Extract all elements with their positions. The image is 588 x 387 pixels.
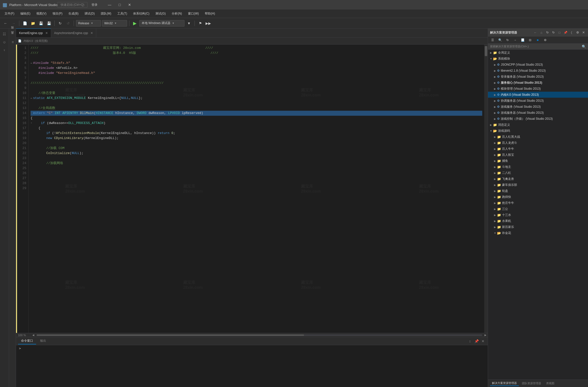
tree-item-sangong[interactable]: ▶ 📁 三公 — [488, 206, 588, 212]
tree-item-libevent[interactable]: ▶ ⚙ libevent2.1.8 (Visual Studio 2013) — [488, 68, 588, 74]
fold-icon[interactable]: ▬ — [31, 61, 32, 66]
platform-dropdown[interactable]: Win32 ▼ — [102, 20, 127, 27]
tree-item-xbjle[interactable]: ▶ 📁 新百家乐 — [488, 224, 588, 230]
cmd-move-btn[interactable]: ↕ — [467, 338, 473, 344]
menu-help[interactable]: 帮助(H) — [202, 11, 218, 17]
se-refresh-btn[interactable]: ↻ — [551, 30, 556, 35]
quick-search[interactable]: 快速启动 (Ctrl+Q) — [57, 2, 87, 8]
se-collapse-btn[interactable]: □ — [557, 30, 562, 35]
tree-item-game-server[interactable]: ▶ ⚙ 游戏服务器 (Visual Studio 2013) — [488, 110, 588, 116]
se-close-btn[interactable]: ✕ — [581, 30, 586, 35]
tree-item-shuiguoji[interactable]: ▶ 📁 水果机 — [488, 218, 588, 224]
tree-item-ssshui[interactable]: ▶ 📁 十三水 — [488, 212, 588, 218]
se-toolbar-btn2[interactable]: 🔍 — [497, 37, 504, 44]
tree-item-qznn[interactable]: ▶ 📁 抢庄牛牛 — [488, 200, 588, 206]
redo-btn[interactable]: ↺ — [65, 20, 72, 27]
tree-item-game-src[interactable]: ▼ 📂 游戏源码 — [488, 128, 588, 134]
tree-item-brsb[interactable]: ▶ 📁 百人骰宝 — [488, 152, 588, 158]
tab-kernel-engine[interactable]: KernelEngine.cpp ✕ — [16, 29, 51, 37]
tree-item-fqzs[interactable]: ▶ 📁 飞禽走兽 — [488, 176, 588, 182]
debug-target-dropdown[interactable]: 本地 Windows 调试器 ▼ — [139, 20, 184, 27]
menu-tools[interactable]: 工具(T) — [115, 11, 130, 17]
tree-item-xtmk[interactable]: ▼ 📂 系统模块 — [488, 56, 588, 62]
tree-item-hcjlb[interactable]: ▶ 📁 豪车俱乐部 — [488, 182, 588, 188]
se-toolbar-btn5[interactable]: 📃 — [519, 37, 526, 44]
config-dropdown[interactable]: Release ▼ — [76, 20, 101, 27]
tree-item-login-server[interactable]: ▶ ⚙ 登录服务器 (Visual Studio 2013) — [488, 74, 588, 80]
fold-icon4[interactable]: ▾ — [31, 121, 32, 126]
undo-btn[interactable]: ↻ — [57, 20, 64, 27]
h-scroll-right[interactable]: ▶ — [483, 333, 488, 337]
save-btn[interactable]: 💾 — [37, 20, 44, 27]
se-search-icon[interactable]: 🔍 — [582, 45, 586, 49]
se-toolbar-btn4[interactable]: → — [512, 37, 519, 44]
se-back-btn[interactable]: ← — [533, 30, 538, 35]
tree-item-service-core[interactable]: ▶ ⚙ 服务核心 (Visual Studio 2013) — [488, 80, 588, 86]
back-btn[interactable]: ← — [2, 20, 9, 27]
tree-item-game-ctrl[interactable]: ▶ ⚙ 游戏控制（升级） (Visual Studio 2013) — [488, 116, 588, 122]
tree-item-doudizhu[interactable]: ▶ 📁 斗地主 — [488, 164, 588, 170]
h-scrollbar-thumb[interactable] — [37, 334, 304, 336]
se-toolbar-btn1[interactable]: ☰ — [489, 37, 496, 44]
menu-file[interactable]: 文件(F) — [2, 11, 17, 17]
tree-item-brhd[interactable]: ▶ 📁 百人红黑大战 — [488, 134, 588, 140]
login-button[interactable]: 登录 — [91, 3, 97, 7]
se-tab-class[interactable]: 类视图 — [544, 381, 556, 386]
h-scroll-left[interactable]: ◀ — [31, 333, 36, 337]
menu-debug[interactable]: 调试(D) — [82, 11, 97, 17]
menu-analyze[interactable]: 分析(N) — [169, 11, 184, 17]
tree-item-brlhd[interactable]: ▶ 📁 百人龙虎斗 — [488, 140, 588, 146]
se-toolbar-btn8[interactable]: ⚙ — [542, 37, 549, 44]
tab-output[interactable]: 输出 — [37, 338, 49, 344]
se-tree[interactable]: ▶ 📁 全局定义 ▼ 📂 系统模块 ▶ ⚙ JSONCPP (Visual St… — [488, 50, 588, 379]
close-button[interactable]: ✕ — [126, 2, 134, 8]
fold-icon3[interactable]: ▾ — [31, 111, 32, 116]
tab-cmd-window[interactable]: 命令窗口 — [18, 338, 36, 344]
se-pin-btn[interactable]: 📌 — [563, 30, 568, 35]
se-tab-team[interactable]: 团队资源管理器 — [520, 381, 543, 386]
h-scrollbar-track[interactable] — [37, 334, 482, 336]
new-project-btn[interactable]: 📄 — [21, 20, 28, 27]
menu-test[interactable]: 测试(G) — [153, 11, 168, 17]
tab-close-btn2[interactable]: ✕ — [90, 31, 93, 35]
se-toolbar-btn7[interactable]: ■ — [534, 37, 541, 44]
server-explorer-icon[interactable]: ♀ — [1, 47, 8, 54]
se-toolbar-btn6[interactable]: ⊟ — [527, 37, 534, 44]
menu-project[interactable]: 项目(P) — [50, 11, 65, 17]
solution-explorer-icon[interactable]: ☷ — [1, 31, 8, 38]
se-toolbar-btn3[interactable]: ↻ — [504, 37, 511, 44]
open-btn[interactable]: 📁 — [29, 20, 36, 27]
minimize-button[interactable]: — — [106, 2, 114, 8]
se-settings-btn[interactable]: ⚙ — [575, 30, 580, 35]
debug-extra-btn[interactable]: ▼ — [185, 20, 192, 27]
se-home-btn[interactable]: ⌂ — [539, 30, 544, 35]
menu-build[interactable]: 生成(B) — [66, 11, 81, 17]
fold-icon2[interactable]: ▬ — [31, 96, 32, 101]
v-scrollbar-thumb[interactable] — [485, 46, 487, 56]
save-all-btn[interactable]: 💾 — [45, 20, 52, 27]
side-tab-h[interactable]: H — [9, 39, 16, 46]
menu-window[interactable]: 窗口(W) — [185, 11, 201, 17]
menu-architecture[interactable]: 体系结构(C) — [131, 11, 152, 17]
tree-item-msg-def[interactable]: ▶ 📁 消息定义 — [488, 122, 588, 128]
side-tab-properties[interactable]: 属性 — [9, 29, 16, 34]
tree-item-kernel40[interactable]: ▶ ⚙ 内核4.0 (Visual Studio 2013) — [488, 92, 588, 98]
maximize-button[interactable]: □ — [116, 2, 124, 8]
tree-item-zjh[interactable]: ▼ 📂 诈金花 — [488, 230, 588, 236]
tree-item-lunpan[interactable]: ▶ 📁 轮盘 — [488, 188, 588, 194]
se-sync-btn[interactable]: ↻ — [545, 30, 550, 35]
cmd-pin-btn[interactable]: 📌 — [474, 338, 479, 344]
tree-item-game-svc[interactable]: ▶ ⚙ 游戏服务 (Visual Studio 2013) — [488, 104, 588, 110]
tree-item-brnn[interactable]: ▶ 📁 百人牛牛 — [488, 146, 588, 152]
team-explorer-icon[interactable]: ☺ — [1, 39, 8, 46]
tree-item-jsoncpp[interactable]: ▶ ⚙ JSONCPP (Visual Studio 2013) — [488, 62, 588, 68]
tree-item-buyu[interactable]: ▶ 📁 捕鱼 — [488, 158, 588, 164]
start-debug-btn[interactable]: ▶ — [131, 20, 138, 27]
menu-edit[interactable]: 编辑(E) — [18, 11, 33, 17]
se-expand-btn[interactable]: 〈 — [569, 30, 574, 35]
menu-team[interactable]: 团队(M) — [98, 11, 114, 17]
menu-view[interactable]: 视图(V) — [34, 11, 49, 17]
v-scrollbar[interactable] — [484, 45, 488, 333]
forward-btn[interactable]: → — [10, 20, 17, 27]
se-tab-solution[interactable]: 解决方案资源管理器 — [490, 381, 519, 386]
